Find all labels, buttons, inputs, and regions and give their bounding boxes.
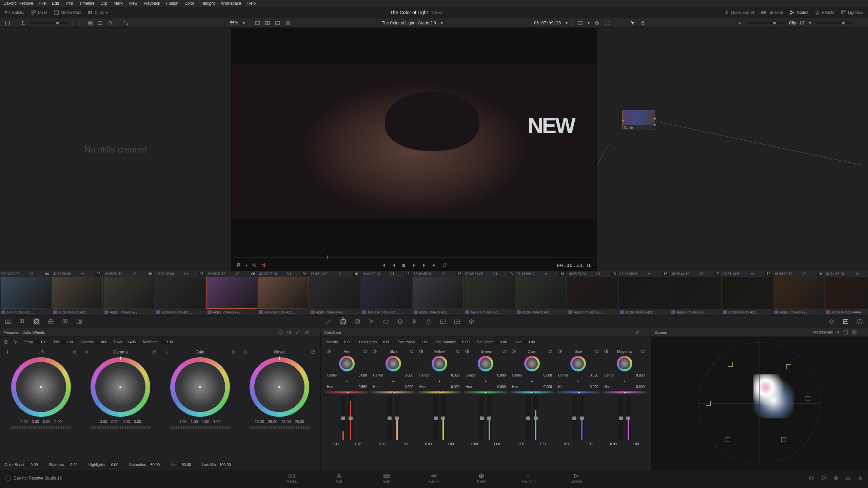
slice-enable-icon[interactable] [511, 349, 516, 354]
chevron-down-icon[interactable]: ▾ [441, 21, 443, 25]
slice-enable-icon[interactable] [372, 349, 377, 354]
slice-enable-icon[interactable] [465, 349, 470, 354]
viewer-canvas[interactable] [231, 28, 597, 255]
clip-thumbnail[interactable]: 06:14:32:10V1 Apple ProRes 4444 [825, 271, 868, 315]
reset-icon[interactable] [640, 349, 645, 354]
wheel-jog[interactable] [11, 426, 72, 429]
hand-icon[interactable] [640, 20, 646, 26]
split-h-icon[interactable] [265, 20, 270, 26]
color-wheel[interactable] [170, 357, 230, 417]
menu-item[interactable]: File [39, 1, 46, 6]
wheel-jog[interactable] [170, 426, 231, 429]
reset-icon[interactable] [409, 349, 414, 354]
hue-value[interactable]: 50.00 [179, 462, 192, 467]
last-frame-icon[interactable] [432, 263, 437, 268]
slice-wheel[interactable] [617, 356, 632, 371]
reset-icon[interactable] [304, 330, 309, 335]
clip-scroll[interactable]: 02:14:22:07V104 ple ProRes 422 ... 02:13… [0, 271, 868, 315]
clip-thumbnail[interactable]: 02:13:06:09V105 Apple ProRes 422 ... [52, 271, 103, 315]
grid-view-icon[interactable] [87, 20, 93, 26]
slice-enable-icon[interactable] [604, 349, 609, 354]
more-icon[interactable]: ⋯ [615, 20, 620, 26]
more-icon[interactable]: ⋯ [858, 20, 863, 26]
split-none-icon[interactable] [255, 20, 260, 26]
rgb-mixer-icon[interactable] [62, 318, 68, 325]
wheels-mode-icon[interactable] [278, 330, 283, 335]
gallery-toggle[interactable]: Gallery [5, 10, 24, 15]
highlights-value[interactable]: 0.00 [107, 462, 120, 467]
cloud-icon[interactable] [809, 476, 814, 481]
curves-icon[interactable] [326, 318, 332, 325]
clip-thumbnail[interactable]: 02:14:22:07V104 ple ProRes 422 ... [0, 271, 52, 315]
window-icon[interactable] [382, 318, 389, 325]
wheel-mode-icon[interactable] [164, 350, 169, 354]
hue-slider[interactable] [417, 391, 461, 393]
center-value[interactable]: 0.000 [590, 373, 598, 377]
density-slider[interactable] [526, 396, 531, 440]
menu-item[interactable]: Workspace [221, 1, 241, 6]
color-wheels-icon[interactable] [33, 318, 40, 325]
menu-item[interactable]: Fusion [166, 1, 178, 6]
info-icon[interactable] [856, 318, 863, 325]
slice-enable-icon[interactable] [557, 349, 562, 354]
slice-v2[interactable]: 1.00 [401, 442, 407, 446]
bars-mode-icon[interactable] [287, 330, 292, 335]
density-slider[interactable] [433, 396, 438, 440]
hdr-wheels-icon[interactable] [47, 318, 54, 325]
density-slider[interactable] [479, 396, 484, 440]
slice-enable-icon[interactable] [326, 349, 331, 354]
colorboost-value[interactable]: 0.00 [26, 462, 39, 467]
slice-wheel[interactable] [478, 356, 493, 371]
node-scroller[interactable] [816, 22, 853, 24]
wheel-mode-icon[interactable] [84, 350, 89, 354]
tracker-icon[interactable] [397, 318, 403, 325]
node-input-dot[interactable] [622, 120, 624, 122]
slice-v2[interactable]: 1.00 [632, 442, 639, 446]
slice-hue-value[interactable]: 0.000 [636, 385, 645, 389]
luts-toggle[interactable]: LUTs [31, 10, 47, 15]
next-frame-icon[interactable] [421, 263, 427, 268]
menu-item[interactable]: Edit [52, 1, 59, 6]
timeline-toggle[interactable]: Timeline [761, 10, 783, 15]
slice-enable-icon[interactable] [419, 349, 423, 354]
viewer-timecode[interactable]: 06:07:09:20 [534, 21, 561, 25]
reset-icon[interactable] [363, 349, 368, 354]
fullscreen-icon[interactable] [605, 20, 610, 26]
key-icon[interactable] [439, 318, 446, 325]
clip-label[interactable]: Clip - L3 [789, 21, 804, 25]
color-warper-icon[interactable] [340, 318, 347, 325]
chevron-down-icon[interactable]: ▾ [588, 21, 590, 25]
sat-slider[interactable] [487, 396, 492, 440]
blur-icon[interactable] [425, 318, 432, 325]
slice-wheel[interactable] [339, 356, 355, 371]
density-slider[interactable] [618, 396, 623, 440]
saturation-value[interactable]: 50.00 [148, 462, 161, 467]
satdepth-value[interactable]: 0.00 [496, 340, 509, 344]
resolve-logo-icon[interactable] [5, 475, 11, 481]
chevron-down-icon[interactable]: ▾ [837, 330, 839, 335]
qualifier-icon[interactable] [368, 318, 375, 325]
slice-v2[interactable]: 1.00 [447, 442, 454, 446]
sat-slider[interactable] [348, 396, 353, 440]
highlight-icon[interactable] [285, 20, 291, 26]
camera-raw-icon[interactable] [5, 318, 12, 325]
color-wheel[interactable] [250, 357, 309, 417]
wheel-jog[interactable] [249, 426, 310, 429]
center-value[interactable]: 0.000 [636, 373, 645, 377]
slice-hue-value[interactable]: 0.000 [544, 385, 552, 389]
scopes-mode[interactable]: Vectorscope [812, 330, 833, 335]
chevron-down-icon[interactable]: ▾ [243, 21, 245, 25]
pivot-value[interactable]: 0.435 [124, 340, 137, 344]
reset-icon[interactable] [635, 330, 639, 335]
pick-white-icon[interactable] [14, 340, 18, 344]
scope-single-icon[interactable] [843, 330, 848, 335]
clip-thumbnail[interactable]: 18:06:10:00V107 Apple ProRes 422 ... [155, 271, 206, 315]
menu-item[interactable]: Trim [65, 1, 73, 6]
unmix-icon[interactable] [594, 20, 600, 26]
center-value[interactable]: 0.000 [544, 373, 552, 377]
reset-icon[interactable] [311, 350, 315, 354]
reset-icon[interactable] [152, 350, 156, 354]
slice-v2[interactable]: 1.00 [586, 442, 592, 446]
temp-value[interactable]: 0.0 [35, 340, 48, 344]
clip-thumbnail[interactable]: 07:48:31:08V113 Apple ProRes 422 ... [464, 271, 515, 315]
